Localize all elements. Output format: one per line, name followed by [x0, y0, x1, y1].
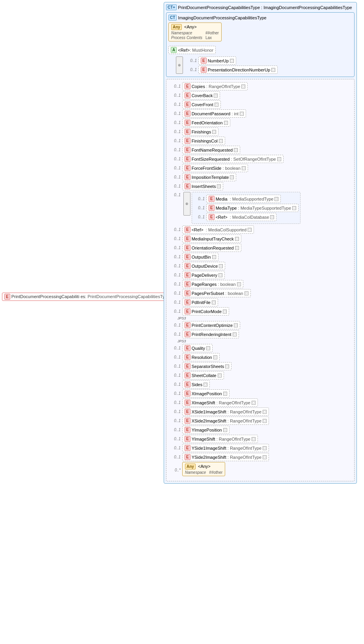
any-props: Namespace ##other Process Contents Lax — [171, 31, 219, 40]
ct-inner-badge: CT — [168, 15, 177, 21]
inner-seq-icon: ⊕ — [176, 56, 183, 74]
process-value: Lax — [205, 36, 219, 40]
ct-inner-header: CT ImagingDocumentProcessingCapabilities… — [168, 15, 352, 21]
attr-ref-name: <Ref> — [178, 48, 190, 53]
bottom-any-label: <Any> — [198, 464, 211, 469]
quality-label: Quality — [192, 346, 205, 351]
presdir-expand[interactable]: □ — [271, 68, 275, 72]
numberup-box[interactable]: E NumberUp □ — [198, 56, 236, 65]
media-seq-icon: ⊕ — [183, 192, 190, 216]
left-element-name: PrintDocumentProcessingCapabiliti es — [11, 294, 85, 299]
inner-element-0: 0..1 E NumberUp □ — [186, 56, 278, 65]
namespace-label: Namespace — [171, 31, 202, 35]
print-rendering-group: 0..1 EPrintRenderingIntent□ JPS3 — [170, 330, 352, 343]
left-badge: E — [4, 294, 10, 300]
process-label: Process Contents — [171, 36, 202, 40]
jps3-label-2: JPS3 — [177, 339, 352, 343]
ct-inner-box: CT ImagingDocumentProcessingCapabilities… — [166, 12, 355, 77]
row-copies: 0..1 E Copies : RangeOfIntType □ — [170, 82, 352, 90]
any-badge: Any — [171, 24, 182, 30]
ct-outer-title: PrintDocumentProcessingCapabilitiesType … — [178, 5, 352, 10]
presdir-name: PresentationDirectionNumberUp — [208, 68, 270, 72]
attr-ref-row: A <Ref> : MustHonor — [168, 46, 352, 54]
print-color-mode-group: 0..1 EPrintColorMode□ JPS3 — [170, 307, 352, 320]
jps3-label-1: JPS3 — [177, 316, 352, 320]
ct-outer-badge: CT+ — [166, 4, 177, 10]
inner-element-1: 0..1 E PresentationDirectionNumberUp □ — [186, 66, 278, 74]
attr-ref-box[interactable]: A <Ref> : MustHonor — [168, 46, 216, 54]
numberup-expand[interactable]: □ — [230, 59, 234, 63]
quality-box[interactable]: EQuality□ — [182, 344, 213, 352]
ct-outer-box: CT+ PrintDocumentProcessingCapabilitiesT… — [164, 2, 357, 484]
inner-elements: 0..1 E NumberUp □ 0..1 E Presentati — [186, 56, 278, 75]
diagram-area: E PrintDocumentProcessingCapabiliti es :… — [0, 0, 364, 644]
ct-inner-title: ImagingDocumentProcessingCapabilitiesTyp… — [178, 15, 266, 20]
any-label: <Any> — [184, 24, 197, 29]
namespace-value: ##other — [205, 31, 219, 35]
presdir-box[interactable]: E PresentationDirectionNumberUp □ — [198, 66, 278, 74]
any-box: Any <Any> Namespace ##other Process Cont… — [168, 23, 222, 41]
media-sub-seq: 0..1 EMedia : MediaSupportedType□ 0..1 E… — [192, 192, 301, 224]
main-sequence-block: 0..1 E Copies : RangeOfIntType □ 0..1 EC… — [166, 79, 355, 481]
left-element-type: : PrintDocumentProcessingCapabilitiesTyp… — [85, 294, 170, 299]
numberup-name: NumberUp — [208, 58, 229, 63]
bottom-any-row: 0..* Any <Any> Namespace ##other — [170, 462, 352, 478]
bottom-any-box: Any <Any> Namespace ##other — [182, 462, 225, 476]
attr-badge: A — [171, 47, 177, 53]
media-group-row: 0..1 ⊕ 0..1 EMedia : MediaSupportedType□… — [170, 191, 352, 225]
left-element-box[interactable]: E PrintDocumentProcessingCapabiliti es :… — [2, 293, 172, 301]
ct-outer-header: CT+ PrintDocumentProcessingCapabilitiesT… — [166, 4, 355, 10]
attr-ref-type: : MustHonor — [190, 48, 213, 53]
